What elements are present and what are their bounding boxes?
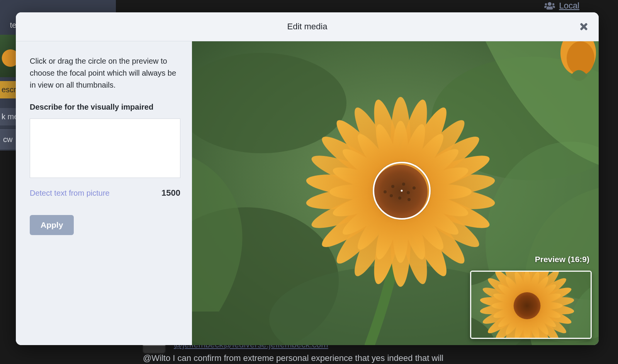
users-icon bbox=[544, 2, 555, 10]
nav-local-link[interactable]: Local bbox=[544, 1, 579, 11]
preview-thumb-label: Preview (16:9) bbox=[535, 255, 589, 264]
nav-local-label: Local bbox=[559, 1, 579, 11]
preview-thumbnail bbox=[470, 271, 592, 339]
alt-text-label: Describe for the visually impaired bbox=[30, 103, 153, 112]
preview-thumbnail-image bbox=[471, 272, 591, 338]
close-icon bbox=[579, 22, 588, 31]
edit-media-modal: Edit media Click or drag the circle on t… bbox=[16, 12, 599, 345]
image-preview-area[interactable]: Preview (16:9) bbox=[192, 41, 599, 345]
bg-post-text: @Wilto I can confirm from extreme person… bbox=[143, 353, 443, 363]
apply-button[interactable]: Apply bbox=[30, 215, 74, 235]
alt-text-input[interactable] bbox=[30, 119, 180, 178]
modal-body: Click or drag the circle on the preview … bbox=[16, 41, 599, 345]
modal-header: Edit media bbox=[16, 12, 599, 41]
side-panel: Click or drag the circle on the preview … bbox=[16, 41, 192, 345]
focal-point-instructions: Click or drag the circle on the preview … bbox=[30, 55, 178, 91]
modal-title: Edit media bbox=[287, 22, 328, 32]
focal-point-handle[interactable] bbox=[373, 162, 431, 220]
close-button[interactable] bbox=[577, 20, 590, 33]
character-count: 1500 bbox=[161, 188, 180, 198]
svg-point-114 bbox=[514, 292, 541, 319]
svg-point-62 bbox=[567, 41, 594, 75]
alt-text-footer-row: Detect text from picture 1500 bbox=[30, 188, 180, 198]
detect-text-link[interactable]: Detect text from picture bbox=[30, 189, 110, 198]
